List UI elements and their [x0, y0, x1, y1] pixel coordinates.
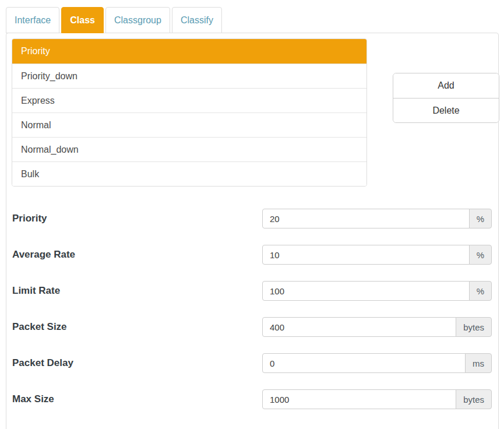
- qos-config-page: InterfaceClassClassgroupClassify Priorit…: [0, 0, 504, 429]
- class-list-item-normal-down[interactable]: Normal_down: [12, 137, 366, 161]
- field-label-limit-rate: Limit Rate: [12, 285, 262, 297]
- class-list-item-express[interactable]: Express: [12, 88, 366, 112]
- class-list-item-normal[interactable]: Normal: [12, 112, 366, 137]
- form-row-packet-size: Packet Sizebytes: [12, 317, 493, 337]
- max-size-input[interactable]: [262, 389, 456, 409]
- input-group-max-size: bytes: [262, 389, 492, 409]
- field-label-priority: Priority: [12, 213, 262, 224]
- limit-rate-unit-addon: %: [469, 281, 492, 301]
- packet-size-input[interactable]: [262, 317, 456, 337]
- max-size-unit-addon: bytes: [456, 389, 492, 409]
- class-form: Priority%Average Rate%Limit Rate%Packet …: [12, 209, 493, 409]
- packet-size-unit-addon: bytes: [456, 317, 492, 337]
- priority-input[interactable]: [262, 209, 470, 228]
- form-row-average-rate: Average Rate%: [12, 245, 493, 265]
- form-row-limit-rate: Limit Rate%: [12, 281, 493, 301]
- input-group-packet-size: bytes: [262, 317, 492, 337]
- average-rate-unit-addon: %: [469, 245, 492, 265]
- tab-classify[interactable]: Classify: [172, 7, 222, 33]
- field-label-packet-delay: Packet Delay: [12, 357, 262, 369]
- add-button[interactable]: Add: [393, 73, 499, 98]
- field-label-average-rate: Average Rate: [12, 249, 262, 261]
- packet-delay-unit-addon: ms: [465, 353, 492, 373]
- form-row-priority: Priority%: [12, 209, 493, 228]
- class-list-item-bulk[interactable]: Bulk: [12, 161, 366, 186]
- input-group-priority: %: [262, 209, 492, 228]
- packet-delay-input[interactable]: [262, 353, 466, 373]
- tab-content-pane: PriorityPriority_downExpressNormalNormal…: [6, 33, 499, 429]
- field-label-max-size: Max Size: [12, 393, 262, 405]
- limit-rate-input[interactable]: [262, 281, 470, 301]
- tab-classgroup[interactable]: Classgroup: [105, 7, 170, 33]
- input-group-limit-rate: %: [262, 281, 492, 301]
- field-label-packet-size: Packet Size: [12, 321, 262, 333]
- tab-class[interactable]: Class: [61, 7, 104, 33]
- tab-bar: InterfaceClassClassgroupClassify: [6, 7, 499, 33]
- input-group-average-rate: %: [262, 245, 492, 265]
- class-list: PriorityPriority_downExpressNormalNormal…: [12, 38, 367, 187]
- form-row-max-size: Max Sizebytes: [12, 389, 493, 409]
- form-row-packet-delay: Packet Delayms: [12, 353, 493, 373]
- input-group-packet-delay: ms: [262, 353, 492, 373]
- list-action-buttons: Add Delete: [393, 73, 499, 123]
- class-list-item-priority[interactable]: Priority: [12, 39, 366, 64]
- average-rate-input[interactable]: [262, 245, 470, 265]
- priority-unit-addon: %: [469, 209, 492, 228]
- delete-button[interactable]: Delete: [393, 98, 499, 122]
- tab-interface[interactable]: Interface: [6, 7, 59, 33]
- class-list-item-priority-down[interactable]: Priority_down: [12, 64, 366, 88]
